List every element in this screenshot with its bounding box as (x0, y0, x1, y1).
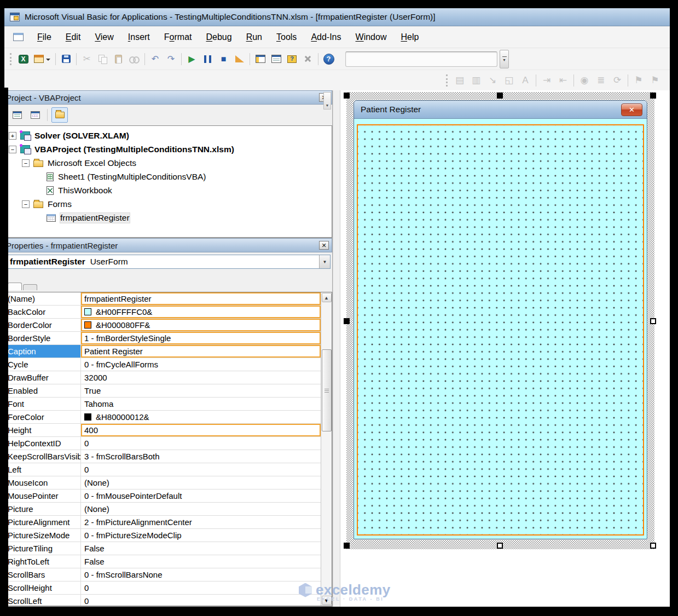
find-icon[interactable] (126, 51, 142, 67)
menu-addins[interactable]: Add-Ins (304, 32, 348, 42)
menu-view[interactable]: View (88, 32, 120, 42)
object-selector-dropdown-icon[interactable]: ▼ (319, 255, 330, 268)
pan-icon[interactable]: ◉ (576, 73, 593, 88)
child-window-icon[interactable] (13, 33, 24, 41)
text-style-icon[interactable]: A (517, 73, 534, 88)
menu-insert[interactable]: Insert (121, 32, 157, 42)
menu-debug[interactable]: Debug (199, 32, 239, 42)
properties-tab[interactable] (23, 284, 37, 290)
menu-tools[interactable]: Tools (269, 32, 304, 42)
toolbar-grip-icon[interactable] (10, 53, 11, 65)
userform-close-icon[interactable]: ✕ (621, 103, 642, 116)
resize-handle-bottom-right[interactable] (650, 543, 656, 549)
move-backward-icon[interactable]: ↘ (484, 73, 501, 88)
run-icon[interactable]: ▶ (184, 51, 200, 67)
tree-item-vbaproject[interactable]: − VBAProject (TestingMultipleConditionsT… (5, 142, 332, 156)
userform-toolbar-grip-icon[interactable] (446, 74, 448, 87)
toggle-folders-icon[interactable] (51, 107, 68, 123)
resize-handle-bottom-left[interactable] (344, 543, 350, 549)
property-row[interactable]: KeepScrollBarsVisible 3 - fmScrollBarsBo… (5, 450, 321, 463)
resize-handle-right-middle[interactable] (650, 318, 656, 324)
tree-item-frmpatientregister[interactable]: frmpatientRegister (5, 211, 332, 224)
object-browser-icon[interactable]: ? (284, 51, 300, 67)
property-row[interactable]: PictureTiling False (5, 542, 321, 555)
property-row[interactable]: ForeColor &H80000012& (5, 411, 321, 424)
scrollbar-thumb[interactable] (322, 349, 332, 431)
userform-canvas[interactable] (354, 119, 647, 539)
view-code-icon[interactable] (9, 107, 25, 123)
help-icon[interactable]: ? (321, 51, 337, 67)
rotate-icon[interactable]: ⟳ (609, 73, 625, 88)
properties-window-icon[interactable] (268, 51, 284, 67)
tree-item-excel-objects[interactable]: − Microsoft Excel Objects (5, 156, 332, 170)
property-row[interactable]: Height 400 (5, 424, 321, 437)
toolbar-options-icon[interactable]: ▼ (500, 50, 509, 68)
property-row[interactable]: Enabled True (5, 384, 321, 398)
reset-icon[interactable]: ■ (216, 51, 231, 67)
properties-panel-close-icon[interactable]: ✕ (319, 241, 329, 250)
menu-edit[interactable]: Edit (59, 32, 88, 42)
design-mode-icon[interactable] (231, 51, 247, 67)
property-row[interactable]: MousePointer 0 - fmMousePointerDefault (5, 490, 321, 503)
save-icon[interactable] (58, 51, 74, 67)
property-row[interactable]: Left 0 (5, 463, 321, 476)
break-icon[interactable] (200, 51, 216, 67)
resize-handle-top-left[interactable] (344, 93, 350, 99)
send-to-back-icon[interactable]: ▥ (468, 73, 484, 88)
property-row[interactable]: DrawBuffer 32000 (5, 371, 321, 384)
tree-expander-icon[interactable]: − (22, 200, 30, 208)
property-row[interactable]: MouseIcon (None) (5, 476, 321, 490)
paste-icon[interactable] (111, 51, 126, 67)
property-row[interactable]: HelpContextID 0 (5, 437, 321, 450)
view-object-icon[interactable] (27, 107, 43, 123)
property-row[interactable]: PictureAlignment 2 - fmPictureAlignmentC… (5, 516, 321, 529)
resize-handle-bottom-center[interactable] (497, 543, 503, 549)
menu-window[interactable]: Window (349, 32, 394, 42)
resize-handle-top-center[interactable] (497, 93, 503, 99)
properties-tab[interactable] (8, 283, 22, 290)
property-row[interactable]: PictureSizeMode 0 - fmPictureSizeModeCli… (5, 529, 321, 542)
userform-grid-area[interactable] (357, 124, 644, 536)
menu-run[interactable]: Run (239, 32, 269, 42)
property-row[interactable]: RightToLeft False (5, 555, 321, 568)
property-row[interactable]: (Name) frmpatientRegister (5, 292, 321, 306)
line-spacing-icon[interactable]: ≣ (593, 73, 609, 88)
menu-format[interactable]: Format (157, 32, 199, 42)
property-row[interactable]: BorderColor &H000080FF& (5, 319, 321, 332)
property-row[interactable]: ScrollBars 0 - fmScrollBarsNone (5, 568, 321, 582)
project-toolbar-overflow-icon[interactable]: ▼ (323, 92, 331, 110)
tree-item-sheet1[interactable]: Sheet1 (TestingMultipleConditionsVBA) (5, 170, 332, 183)
property-row[interactable]: Font Tahoma (5, 398, 321, 411)
resize-handle-left-middle[interactable] (344, 318, 350, 324)
dock-divider[interactable] (333, 90, 340, 607)
property-row[interactable]: Picture (None) (5, 503, 321, 516)
indent-icon[interactable]: ⇥ (538, 73, 555, 88)
redo-icon[interactable]: ↷ (163, 51, 179, 67)
property-row[interactable]: BorderStyle 1 - fmBorderStyleSingle (5, 332, 321, 345)
object-selector[interactable]: frmpatientRegister UserForm ▼ (7, 255, 331, 269)
tree-expander-icon[interactable]: + (9, 132, 16, 140)
toolbox-icon[interactable] (300, 51, 316, 67)
excel-icon[interactable]: X (15, 51, 31, 67)
project-explorer-icon[interactable] (252, 51, 268, 67)
flag-clear-icon[interactable]: ⚑ (647, 73, 663, 88)
outdent-icon[interactable]: ⇤ (555, 73, 571, 88)
tree-item-forms[interactable]: − Forms (5, 197, 332, 211)
cut-icon[interactable]: ✂ (79, 51, 95, 67)
resize-handle-top-right[interactable] (650, 93, 656, 99)
menu-file[interactable]: File (30, 32, 59, 42)
scroll-up-icon[interactable]: ▲ (322, 293, 332, 302)
properties-scrollbar[interactable]: ▲ ▼ (321, 292, 332, 606)
tree-expander-icon[interactable]: − (9, 146, 16, 153)
property-row[interactable]: ScrollHeight 0 (5, 582, 321, 595)
tree-item-thisworkbook[interactable]: ThisWorkbook (5, 183, 332, 197)
tree-item-solver[interactable]: + Solver (SOLVER.XLAM) (5, 129, 332, 142)
flag-icon[interactable]: ⚑ (630, 73, 647, 88)
toolbar-position-box[interactable] (345, 51, 497, 67)
tree-expander-icon[interactable]: − (22, 159, 30, 167)
property-row[interactable]: Cycle 0 - fmCycleAllForms (5, 358, 321, 371)
undo-icon[interactable]: ↶ (147, 51, 163, 67)
copy-icon[interactable] (95, 51, 111, 67)
menu-help[interactable]: Help (393, 32, 426, 42)
move-forward-icon[interactable]: ◱ (501, 73, 517, 88)
